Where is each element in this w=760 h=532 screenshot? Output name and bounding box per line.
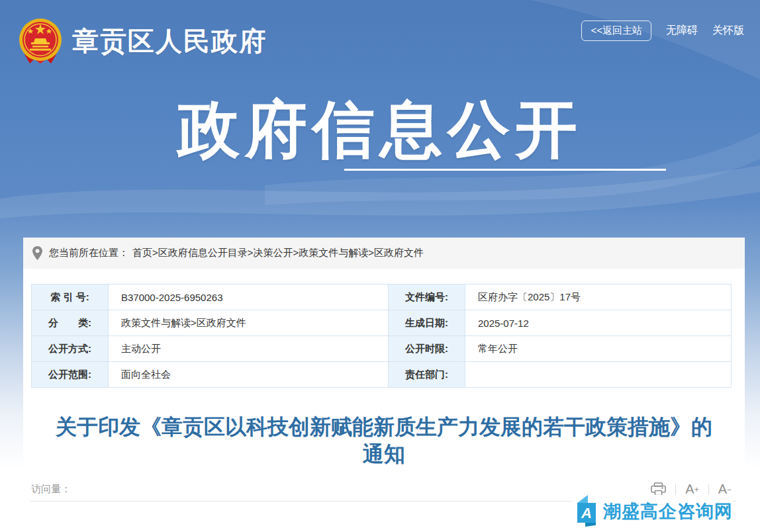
- plus-sign: +: [694, 485, 699, 494]
- minus-sign: −: [727, 485, 732, 494]
- meta-label: 责任部门:: [389, 362, 465, 388]
- table-row: 分 类: 政策文件与解读>区政府文件 生成日期: 2025-07-12: [32, 310, 732, 336]
- banner-title-underline: [344, 169, 666, 171]
- meta-value: 面向全社会: [109, 362, 389, 388]
- meta-value: [465, 362, 732, 388]
- meta-value: 主动公开: [109, 336, 389, 362]
- watermark: A 潮盛高企咨询网: [572, 495, 733, 528]
- meta-value: B37000-2025-6950263: [109, 285, 389, 310]
- location-pin-icon: [32, 246, 42, 260]
- site-header: 章贡区人民政府 <<返回主站 无障碍 关怀版: [0, 0, 760, 73]
- article-title: 关于印发《章贡区以科技创新赋能新质生产力发展的若干政策措施》的通知: [46, 414, 722, 468]
- watermark-logo-icon: A: [576, 495, 597, 528]
- print-button[interactable]: [651, 482, 666, 496]
- banner-title: 政府信息公开: [0, 88, 760, 172]
- table-row: 公开方式: 主动公开 公开时限: 常年公开: [32, 336, 732, 362]
- visits-label: 访问量：: [31, 483, 71, 496]
- breadcrumb-prefix: 您当前所在位置：: [49, 247, 128, 259]
- meta-label: 公开范围:: [32, 362, 109, 388]
- meta-value: 常年公开: [465, 336, 732, 362]
- meta-value: 区府办字〔2025〕17号: [465, 285, 732, 310]
- printer-icon: [651, 482, 666, 496]
- meta-label: 索 引 号:: [32, 285, 109, 310]
- meta-label: 公开方式:: [32, 336, 109, 362]
- meta-label: 分 类:: [32, 310, 109, 336]
- toolbar-separator: [708, 484, 709, 495]
- site-brand[interactable]: 章贡区人民政府: [17, 17, 267, 65]
- meta-value: 2025-07-12: [465, 310, 732, 336]
- table-row: 索 引 号: B37000-2025-6950263 文件编号: 区府办字〔20…: [32, 285, 732, 310]
- header-links: <<返回主站 无障碍 关怀版: [581, 21, 744, 41]
- meta-label: 文件编号:: [389, 285, 465, 310]
- watermark-site-name: 潮盛高企咨询网: [603, 500, 733, 523]
- back-to-main-site-button[interactable]: <<返回主站: [581, 21, 651, 41]
- table-row: 公开范围: 面向全社会 责任部门:: [32, 362, 732, 388]
- svg-text:A: A: [581, 505, 592, 521]
- care-version-link[interactable]: 关怀版: [712, 24, 744, 38]
- document-meta-table: 索 引 号: B37000-2025-6950263 文件编号: 区府办字〔20…: [31, 284, 732, 388]
- accessibility-link[interactable]: 无障碍: [666, 24, 698, 38]
- breadcrumb-path[interactable]: 首页>区政府信息公开目录>决策公开>政策文件与解读>区政府文件: [132, 247, 424, 259]
- toolbar-separator: [675, 484, 676, 495]
- meta-label: 公开时限:: [389, 336, 465, 362]
- meta-value: 政策文件与解读>区政府文件: [109, 310, 389, 336]
- meta-label: 生成日期:: [389, 310, 465, 336]
- site-name: 章贡区人民政府: [72, 23, 267, 60]
- breadcrumb: 您当前所在位置： 首页>区政府信息公开目录>决策公开>政策文件与解读>区政府文件: [23, 238, 745, 269]
- content-card: 您当前所在位置： 首页>区政府信息公开目录>决策公开>政策文件与解读>区政府文件…: [23, 238, 745, 532]
- china-national-emblem-icon: [17, 17, 64, 65]
